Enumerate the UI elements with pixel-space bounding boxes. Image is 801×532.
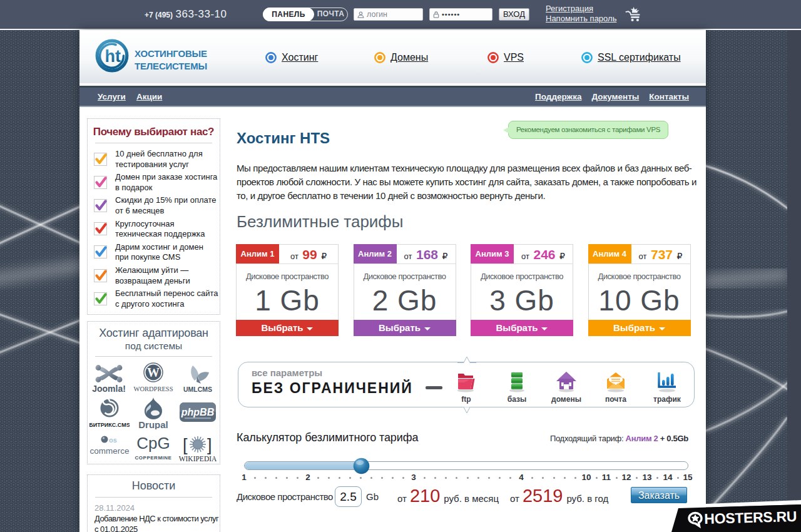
scale-dot	[275, 477, 277, 479]
why-item-text: Домен при заказе хостинга в подарок	[115, 172, 219, 193]
why-item: 10 дней бесплатно для тестирования услуг	[88, 148, 220, 171]
register-link[interactable]: Регистрация	[546, 4, 616, 14]
choose-button[interactable]: Выбрать	[354, 320, 456, 336]
remind-password-link[interactable]: Напомнить пароль	[546, 14, 616, 24]
wordpress-logo: W WORDPRESS	[133, 362, 173, 394]
fit-label: Подходящий тариф:	[550, 434, 623, 443]
check-icon	[94, 245, 107, 258]
scale-dot	[317, 477, 319, 479]
cms-title-line1: Хостинг адаптирован	[88, 327, 220, 340]
phone-number: +7 (495) 363-33-10	[145, 8, 227, 21]
year-price-suffix: руб. в год	[566, 493, 608, 504]
umlcms-logo: UMLCMS	[178, 362, 218, 394]
why-item: Домен при заказе хостинга в подарок	[88, 171, 220, 194]
choose-button[interactable]: Выбрать	[588, 320, 691, 336]
tariff-price: от 246 ₽	[514, 245, 573, 263]
disk-space-input[interactable]	[335, 486, 362, 507]
navbar-link[interactable]: Документы	[591, 92, 639, 101]
disk-size: 1 Gb	[237, 284, 338, 317]
calculator-result-row: Дисковое пространство Gb от210руб. в мес…	[237, 486, 693, 508]
login-button[interactable]: ВХОД	[499, 8, 529, 21]
password-input[interactable]: ••••••	[429, 8, 492, 21]
fit-tariff-link[interactable]: Анлим 2	[626, 434, 658, 443]
cms-logo-joomla-: Joomla!	[89, 362, 130, 394]
main-nav-item[interactable]: VPS	[487, 52, 524, 63]
dropdown-arrow-icon	[659, 327, 665, 330]
cms-title-line2: под системы	[88, 340, 220, 352]
news-link[interactable]: Добавление НДС к стоимости услуг с 01.01…	[94, 514, 222, 532]
why-item-text: Скидки до 15% при оплате от 6 месяцев	[115, 195, 219, 216]
notch-up	[457, 356, 476, 363]
main-nav-item[interactable]: SSL сертификаты	[581, 52, 681, 63]
why-item-text: Бесплатный перенос сайта с другого хости…	[115, 289, 219, 309]
scale-dot	[392, 477, 394, 479]
secondary-navbar: УслугиАкции ПоддержкаДокументыКонтакты	[79, 86, 706, 107]
param-базы: базы	[495, 369, 539, 404]
background-right-strip	[787, 29, 801, 532]
news-date: 28.11.2024	[94, 503, 220, 513]
slider-handle[interactable]	[353, 458, 370, 474]
navbar-link[interactable]: Поддержка	[535, 92, 581, 101]
page-title: Хостинг HTS	[237, 130, 330, 147]
scale-dot	[564, 477, 566, 479]
svg-text:БИТРИКС.CMS: БИТРИКС.CMS	[89, 422, 130, 428]
tariff-price: от 168 ₽	[397, 245, 456, 263]
intro-paragraph: Мы предоставляем нашим клиентам техничес…	[237, 161, 700, 203]
main-nav-label: VPS	[504, 52, 524, 63]
tariff-price: от 99 ₽	[279, 245, 338, 263]
login-input[interactable]: логин	[354, 8, 423, 21]
svg-text:commerce: commerce	[90, 446, 130, 456]
disk-space-label: Дисковое пространство	[237, 491, 333, 502]
disk-size: 10 Gb	[589, 284, 690, 317]
toggle-panel-button[interactable]: ПАНЕЛЬ	[263, 8, 314, 21]
divider	[95, 356, 212, 357]
tariff-card: Анлим 1 от 99 ₽ Дисковое пространство 1 …	[236, 244, 339, 336]
scale-dot	[531, 477, 533, 479]
scale-number: 3	[411, 473, 416, 482]
tariff-card: Анлим 4 от 737 ₽ Дисковое пространство 1…	[588, 244, 691, 336]
svg-text:phpBB: phpBB	[181, 407, 214, 417]
main-nav: Хостинг Домены VPS SSL сертификаты	[261, 30, 693, 84]
tariff-price: от 737 ₽	[631, 245, 690, 263]
gb-label: Gb	[366, 491, 379, 502]
dropdown-arrow-icon	[541, 327, 548, 330]
card-body: Дисковое пространство 10 Gb	[589, 272, 690, 317]
choose-button[interactable]: Выбрать	[471, 320, 573, 336]
cms-logo-cpg-coppermine: CpG COPPERMINE	[133, 432, 174, 464]
scale-dot	[297, 477, 298, 479]
main-nav-item[interactable]: Домены	[374, 52, 428, 63]
choose-button[interactable]: Выбрать	[236, 320, 339, 336]
card-header: Анлим 4 от 737 ₽	[589, 245, 690, 264]
navbar-link[interactable]: Контакты	[649, 92, 689, 101]
scale-dot	[265, 477, 267, 479]
fit-tariff-label: Подходящий тариф: Анлим 2 + 0.5Gb	[550, 434, 688, 443]
scale-number: 4	[519, 473, 524, 482]
cms-panel: Хостинг адаптирован под системы Joomla! …	[87, 321, 220, 464]
dropdown-arrow-icon	[424, 327, 431, 330]
logo-text[interactable]: ХОСТИНГОВЫЕТЕЛЕСИСТЕМЫ	[135, 48, 207, 73]
month-price-suffix: руб. в месяц	[444, 493, 499, 504]
cart-icon[interactable]	[625, 6, 643, 22]
navbar-link[interactable]: Акции	[136, 92, 162, 101]
hts-logo[interactable]: ht	[95, 39, 129, 73]
scale-dot	[509, 477, 511, 479]
scale-dot	[542, 477, 544, 479]
oscommerce-logo: os commerce	[89, 432, 130, 464]
toggle-mail-button[interactable]: ПОЧТА	[314, 8, 347, 21]
disk-size: 2 Gb	[354, 284, 456, 317]
param-ftp: ftp	[444, 369, 488, 404]
scale-dot	[553, 477, 555, 479]
main-nav-label: Домены	[390, 52, 428, 63]
scale-dot	[381, 477, 383, 479]
main-nav-item[interactable]: Хостинг	[265, 52, 318, 63]
tariff-cards: Анлим 1 от 99 ₽ Дисковое пространство 1 …	[236, 244, 691, 336]
vps-tooltip[interactable]: Рекомендуем ознакомиться с тарифами VPS	[508, 121, 668, 139]
scale-number: 14	[663, 473, 672, 482]
svg-text:WORDPRESS: WORDPRESS	[134, 386, 173, 392]
card-body: Дисковое пространство 2 Gb	[354, 272, 456, 317]
param-label: трафик	[645, 395, 689, 404]
navbar-link[interactable]: Услуги	[98, 92, 126, 101]
scale-dot	[677, 477, 679, 479]
svg-text:UMLCMS: UMLCMS	[183, 386, 212, 393]
scale-number: 15	[683, 473, 692, 482]
